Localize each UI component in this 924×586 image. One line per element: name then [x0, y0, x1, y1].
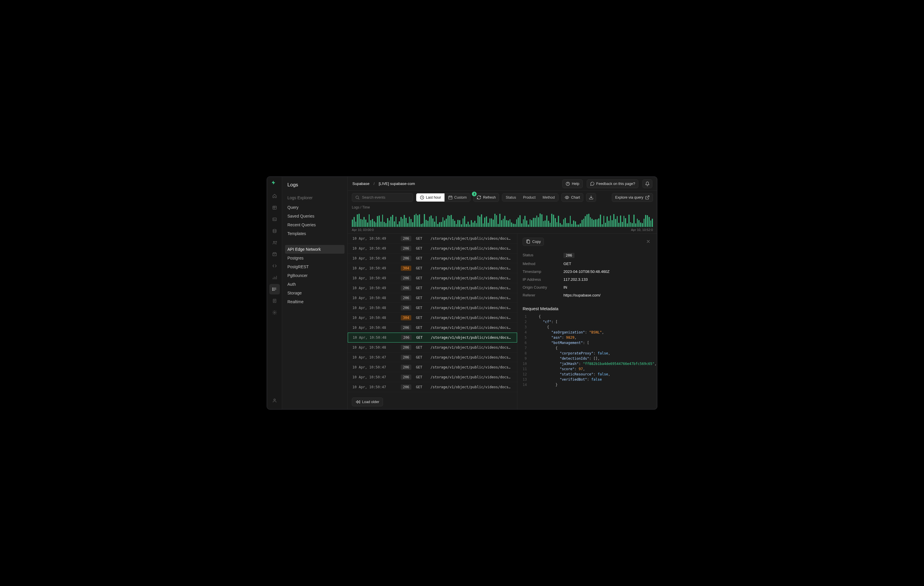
log-row[interactable]: 10 Apr, 10:50:48206GET/storage/v1/object… [348, 323, 517, 333]
log-row[interactable]: 10 Apr, 10:50:49206GET/storage/v1/object… [348, 244, 517, 253]
svg-point-5 [272, 288, 272, 288]
log-path: /storage/v1/object/public/videos/docs/fa… [431, 365, 512, 369]
notifications-button[interactable] [642, 179, 652, 188]
sidebar-source-storage[interactable]: Storage [285, 289, 345, 297]
sidebar-item-query[interactable]: Query [285, 203, 345, 212]
log-row[interactable]: 10 Apr, 10:50:48206GET/storage/v1/object… [348, 293, 517, 303]
sql-editor-icon[interactable] [269, 214, 280, 225]
log-row[interactable]: 10 Apr, 10:50:48304GET/storage/v1/object… [348, 313, 517, 323]
chart-bar [501, 220, 502, 227]
chart-bar [637, 219, 638, 227]
home-icon[interactable] [269, 191, 280, 201]
chart-bar [541, 214, 543, 227]
close-panel-button[interactable] [645, 238, 652, 246]
chart-bar [416, 214, 417, 227]
sidebar-source-auth[interactable]: Auth [285, 280, 345, 289]
logs-explorer-heading: Logs Explorer [285, 194, 345, 202]
filter-product-button[interactable]: Product [520, 194, 539, 201]
log-row[interactable]: 10 Apr, 10:50:47206GET/storage/v1/object… [348, 372, 517, 382]
chart-bar [417, 215, 418, 227]
svg-point-9 [274, 312, 275, 313]
help-icon [566, 181, 570, 186]
log-row[interactable]: 10 Apr, 10:50:47206GET/storage/v1/object… [348, 382, 517, 392]
svg-point-2 [273, 229, 276, 230]
help-button[interactable]: Help [562, 179, 582, 188]
chart-bar [483, 223, 484, 227]
log-method: GET [416, 276, 426, 280]
refresh-button[interactable]: 3 Refresh [474, 193, 499, 202]
logs-timeline-chart[interactable] [348, 209, 657, 227]
chart-bar [528, 225, 529, 227]
chart-axis: Apr 10, 03:00:0 Apr 10, 10:52:0 [348, 227, 657, 234]
log-row[interactable]: 10 Apr, 10:50:48206GET/storage/v1/object… [348, 333, 517, 342]
log-row[interactable]: 10 Apr, 10:50:49206GET/storage/v1/object… [348, 253, 517, 263]
metadata-code-block[interactable]: 1 {2 "cf": [3 {4 "asOrganization": "BSNL… [523, 314, 652, 387]
explore-query-button[interactable]: Explore via query [612, 193, 653, 202]
breadcrumb-org[interactable]: Supabase [352, 181, 370, 186]
svg-point-6 [272, 289, 272, 289]
sidebar-source-pgbouncer[interactable]: PgBouncer [285, 271, 345, 280]
chart-bar [452, 219, 454, 227]
reports-icon[interactable] [269, 272, 280, 283]
chart-bar [401, 217, 402, 227]
log-row[interactable]: 10 Apr, 10:50:47206GET/storage/v1/object… [348, 362, 517, 372]
user-icon[interactable] [269, 395, 280, 406]
storage-icon[interactable] [269, 249, 280, 260]
sidebar-item-templates[interactable]: Templates [285, 229, 345, 238]
chart-bar [523, 219, 524, 227]
filter-status-button[interactable]: Status [502, 194, 520, 201]
chart-bar [516, 219, 517, 227]
chart-bar [608, 221, 609, 227]
log-row[interactable]: 10 Apr, 10:50:49206GET/storage/v1/object… [348, 283, 517, 293]
log-timestamp: 10 Apr, 10:50:48 [352, 296, 396, 300]
chart-bar [450, 215, 452, 227]
eye-icon [564, 195, 569, 200]
log-row[interactable]: 10 Apr, 10:50:49206GET/storage/v1/object… [348, 234, 517, 244]
chart-bar [543, 221, 544, 227]
log-row[interactable]: 10 Apr, 10:50:49206GET/storage/v1/object… [348, 273, 517, 283]
sidebar-source-api-edge-network[interactable]: API Edge Network [285, 245, 345, 253]
settings-icon[interactable] [269, 307, 280, 318]
filter-method-button[interactable]: Method [539, 194, 558, 201]
table-editor-icon[interactable] [269, 202, 280, 213]
load-older-button[interactable]: Load older [352, 398, 383, 406]
chart-bar [607, 216, 608, 227]
sidebar-item-saved-queries[interactable]: Saved Queries [285, 212, 345, 221]
code-line: 13 "verifiedBot": false [523, 377, 652, 382]
log-path: /storage/v1/object/public/videos/docs/to… [431, 336, 512, 340]
database-icon[interactable] [269, 226, 280, 236]
chart-bar [499, 214, 500, 227]
log-method: GET [416, 336, 426, 340]
download-icon [589, 195, 594, 200]
log-list[interactable]: 10 Apr, 10:50:49206GET/storage/v1/object… [348, 234, 517, 409]
logs-icon[interactable] [269, 284, 280, 295]
log-row[interactable]: 10 Apr, 10:50:47206GET/storage/v1/object… [348, 352, 517, 362]
chart-bar [530, 219, 531, 227]
chart-toggle-button[interactable]: Chart [561, 193, 583, 202]
sidebar-item-recent-queries[interactable]: Recent Queries [285, 221, 345, 229]
feedback-button[interactable]: Feedback on this page? [587, 179, 639, 188]
log-row[interactable]: 10 Apr, 10:50:48206GET/storage/v1/object… [348, 303, 517, 313]
custom-range-button[interactable]: Custom [444, 193, 470, 202]
api-docs-icon[interactable] [269, 296, 280, 306]
chart-bar [396, 217, 397, 227]
log-row[interactable]: 10 Apr, 10:50:48206GET/storage/v1/object… [348, 342, 517, 352]
log-method: GET [416, 306, 426, 310]
copy-button[interactable]: Copy [523, 238, 544, 246]
chart-bar [491, 219, 492, 227]
breadcrumb-project[interactable]: [LIVE] supabase-com [379, 181, 415, 186]
chart-bar [647, 215, 648, 227]
chart-bar [493, 220, 494, 227]
log-row[interactable]: 10 Apr, 10:50:49304GET/storage/v1/object… [348, 263, 517, 273]
chart-bar [610, 216, 611, 227]
download-button[interactable] [586, 193, 596, 202]
sidebar-source-postgrest[interactable]: PostgREST [285, 262, 345, 271]
chart-bar [615, 219, 616, 227]
last-hour-button[interactable]: Last hour [416, 193, 444, 202]
sidebar-source-postgres[interactable]: Postgres [285, 253, 345, 262]
search-input[interactable]: Search events [352, 193, 413, 202]
main-content: Supabase / [LIVE] supabase-com Help Feed… [348, 177, 657, 409]
sidebar-source-realtime[interactable]: Realtime [285, 297, 345, 306]
edge-functions-icon[interactable] [269, 261, 280, 271]
auth-icon[interactable] [269, 237, 280, 248]
